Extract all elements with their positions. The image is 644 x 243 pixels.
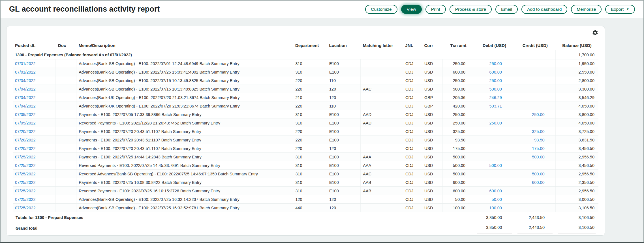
posted-date-link[interactable]: 07/04/2022: [15, 87, 36, 91]
posted-date-link[interactable]: 07/25/2022: [15, 206, 36, 210]
credit-amount-link[interactable]: 325.00: [532, 129, 544, 134]
posted-date-link[interactable]: 07/25/2022: [15, 197, 36, 202]
credit-amount-link[interactable]: 600.00: [532, 180, 544, 185]
column-header-txn-amt: Txn amt: [442, 39, 474, 50]
debit-amount-link[interactable]: 600.00: [489, 70, 502, 74]
posted-date-link[interactable]: 07/20/2022: [15, 138, 36, 142]
posted-date-link[interactable]: 07/05/2022: [15, 112, 36, 117]
debit-amount-link[interactable]: 500.00: [489, 87, 502, 91]
add-to-dashboard-button[interactable]: Add to dashboard: [521, 5, 567, 14]
debit-amount-link[interactable]: 250.00: [489, 61, 502, 66]
cell-memo: Payments - E100: 2022/07/20 20:43:51:110…: [76, 127, 293, 136]
cell-posted: 07/25/2022: [13, 170, 56, 178]
cell-doc: [56, 93, 76, 102]
cell-txn: 175.00: [442, 144, 474, 153]
posted-date-link[interactable]: 07/25/2022: [15, 189, 36, 193]
cell-matching: [361, 204, 403, 212]
credit-amount-link[interactable]: 175.00: [532, 146, 544, 151]
cell-txn: 600.00: [442, 187, 474, 195]
view-button-label: View: [407, 7, 416, 12]
posted-date-link[interactable]: 07/04/2022: [15, 95, 36, 100]
debit-amount-link[interactable]: 503.71: [489, 104, 502, 108]
cell-balance: 1,950.00: [555, 59, 598, 68]
credit-amount-link[interactable]: 500.00: [532, 155, 544, 159]
print-button[interactable]: Print: [425, 5, 446, 14]
cell-matching: AAA: [361, 161, 403, 170]
posted-date-link[interactable]: 07/25/2022: [15, 155, 36, 159]
cell-memo: Payments - E100: 2022/07/20 20:43:51:110…: [76, 144, 293, 153]
cell-doc: [56, 102, 76, 110]
column-header-doc: Doc: [56, 39, 76, 50]
posted-date-link[interactable]: 07/20/2022: [15, 129, 36, 134]
totals-balance: 3,106.50: [555, 212, 598, 223]
cell-memo: Reversed Payments - E100: 2022/07/25 16:…: [76, 187, 293, 195]
column-header-posted-dt: Posted dt.: [13, 39, 56, 50]
debit-amount-link[interactable]: 246.29: [489, 95, 502, 100]
view-button[interactable]: View: [401, 5, 422, 14]
debit-amount-link[interactable]: 250.00: [489, 78, 502, 83]
memorize-button-label: Memorize: [577, 7, 596, 12]
cell-location: 120: [327, 93, 360, 102]
cell-doc: [56, 204, 76, 212]
customize-button-label: Customize: [371, 7, 391, 12]
debit-amount-link[interactable]: 100.00: [489, 206, 502, 210]
cell-txn: 250.00: [442, 110, 474, 119]
cell-credit: [515, 68, 555, 76]
cell-curr: USD: [422, 144, 442, 153]
cell-credit: 600.00: [515, 178, 555, 187]
credit-amount-link[interactable]: 500.00: [532, 172, 544, 176]
cell-memo: Payments - E100: 2022/07/25 16:08:30:842…: [76, 178, 293, 187]
page-title: GL account reconciliations activity repo…: [9, 5, 160, 14]
cell-memo: Payments - E100: 2022/07/05 17:33:39:886…: [76, 110, 293, 119]
gear-icon[interactable]: [592, 29, 598, 36]
cell-posted: 07/04/2022: [13, 102, 56, 110]
cell-balance: 3,300.00: [555, 85, 598, 93]
cell-txn: 250.00: [442, 59, 474, 68]
cell-balance: 2,356.50: [555, 178, 598, 187]
posted-date-link[interactable]: 07/05/2022: [15, 121, 36, 125]
debit-amount-link[interactable]: 250.00: [489, 121, 502, 125]
cell-curr: USD: [422, 161, 442, 170]
cell-balance: 2,956.50: [555, 170, 598, 178]
cell-jnl: CDJ: [403, 127, 422, 136]
cell-jnl: CDJ: [403, 153, 422, 161]
cell-doc: [56, 85, 76, 93]
posted-date-link[interactable]: 07/01/2022: [15, 61, 36, 66]
report-action-buttons: Customize View Print Process & store Ema…: [365, 5, 635, 14]
export-button[interactable]: Export ▼: [605, 5, 635, 14]
email-button[interactable]: Email: [495, 5, 518, 14]
cell-department: 310: [293, 178, 327, 187]
posted-date-link[interactable]: 07/20/2022: [15, 146, 36, 151]
cell-doc: [56, 136, 76, 144]
cell-txn: 325.00: [442, 127, 474, 136]
posted-date-link[interactable]: 07/25/2022: [15, 163, 36, 168]
cell-debit: 246.29: [474, 93, 515, 102]
cell-matching: [361, 76, 403, 85]
cell-curr: GBP: [422, 93, 442, 102]
posted-date-link[interactable]: 07/04/2022: [15, 78, 36, 83]
cell-curr: USD: [422, 170, 442, 178]
memorize-button[interactable]: Memorize: [571, 5, 602, 14]
cell-debit: 500.00: [474, 85, 515, 93]
cell-doc: [56, 76, 76, 85]
cell-matching: [361, 102, 403, 110]
cell-txn: 600.00: [442, 178, 474, 187]
cell-department: 220: [293, 136, 327, 144]
debit-amount-link[interactable]: 50.00: [492, 197, 502, 202]
posted-date-link[interactable]: 07/04/2022: [15, 104, 36, 108]
posted-date-link[interactable]: 07/01/2022: [15, 70, 36, 74]
posted-date-link[interactable]: 07/25/2022: [15, 172, 36, 176]
process-store-button[interactable]: Process & store: [450, 5, 492, 14]
cell-credit: [515, 119, 555, 127]
debit-amount-link[interactable]: 600.00: [489, 189, 502, 193]
cell-balance: 3,006.50: [555, 195, 598, 204]
posted-date-link[interactable]: 07/25/2022: [15, 180, 36, 185]
cell-posted: 07/01/2022: [13, 68, 56, 76]
cell-balance: 3,631.50: [555, 136, 598, 144]
credit-amount-link[interactable]: 93.50: [534, 138, 544, 142]
customize-button[interactable]: Customize: [365, 5, 397, 14]
debit-amount-link[interactable]: 500.00: [489, 163, 502, 168]
credit-amount-link[interactable]: 250.00: [532, 112, 544, 117]
cell-matching: [361, 127, 403, 136]
cell-matching: AAD: [361, 110, 403, 119]
